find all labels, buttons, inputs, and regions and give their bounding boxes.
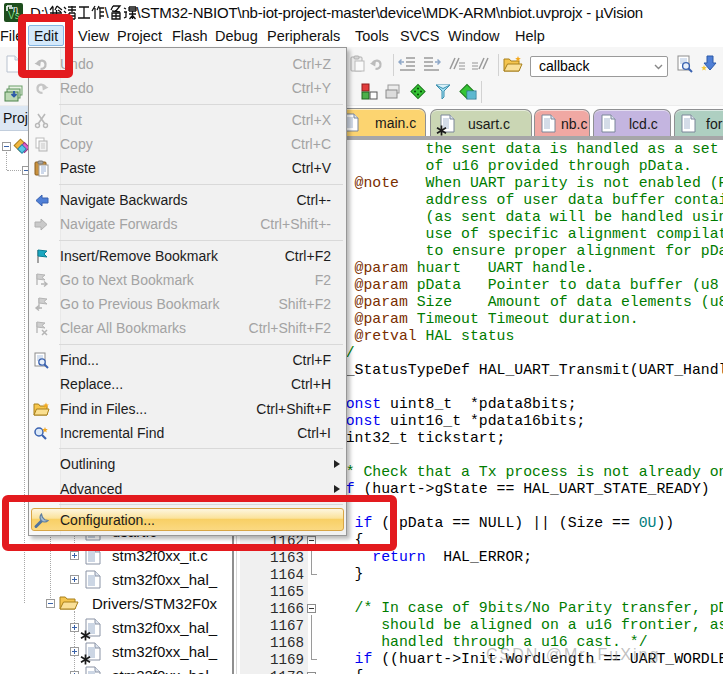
svg-text:η: η (13, 4, 18, 14)
